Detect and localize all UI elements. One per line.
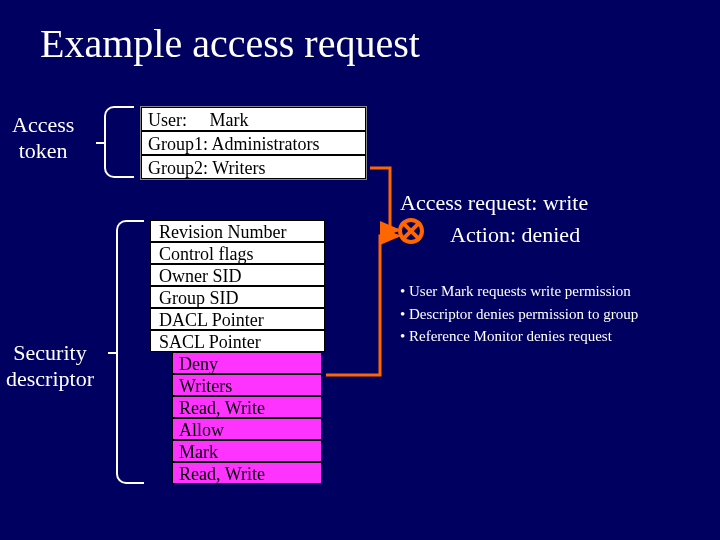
security-descriptor-box: Revision Number Control flags Owner SID … (150, 220, 325, 484)
ace-allow-sid: Mark (172, 440, 322, 462)
ace-deny-sid: Writers (172, 374, 322, 396)
bullet-1: User Mark requests write permission (400, 280, 638, 303)
bullet-2: Descriptor denies permission to group (400, 303, 638, 326)
slide-title: Example access request (40, 20, 420, 67)
ace-deny-type: Deny (172, 352, 322, 374)
access-token-label: Access token (12, 112, 74, 165)
brace-icon (104, 106, 134, 178)
token-group2-row: Group2: Writers (141, 155, 366, 179)
ace-allow-type: Allow (172, 418, 322, 440)
token-user-row: User: Mark (141, 107, 366, 131)
token-group1-row: Group1: Administrators (141, 131, 366, 155)
descriptor-sacl: SACL Pointer (150, 330, 325, 352)
access-request-text: Access request: write (400, 190, 588, 216)
explanation-bullets: User Mark requests write permission Desc… (400, 280, 638, 348)
ace-allow-mask: Read, Write (172, 462, 322, 484)
security-descriptor-label: Security descriptor (6, 340, 94, 393)
arrows-layer (0, 0, 720, 540)
descriptor-group: Group SID (150, 286, 325, 308)
denied-icon (398, 218, 424, 244)
bullet-3: Reference Monitor denies request (400, 325, 638, 348)
descriptor-dacl: DACL Pointer (150, 308, 325, 330)
action-result-text: Action: denied (450, 222, 580, 248)
access-token-box: User: Mark Group1: Administrators Group2… (140, 106, 367, 180)
descriptor-flags: Control flags (150, 242, 325, 264)
descriptor-owner: Owner SID (150, 264, 325, 286)
brace-icon (116, 220, 144, 484)
ace-deny-mask: Read, Write (172, 396, 322, 418)
descriptor-revision: Revision Number (150, 220, 325, 242)
